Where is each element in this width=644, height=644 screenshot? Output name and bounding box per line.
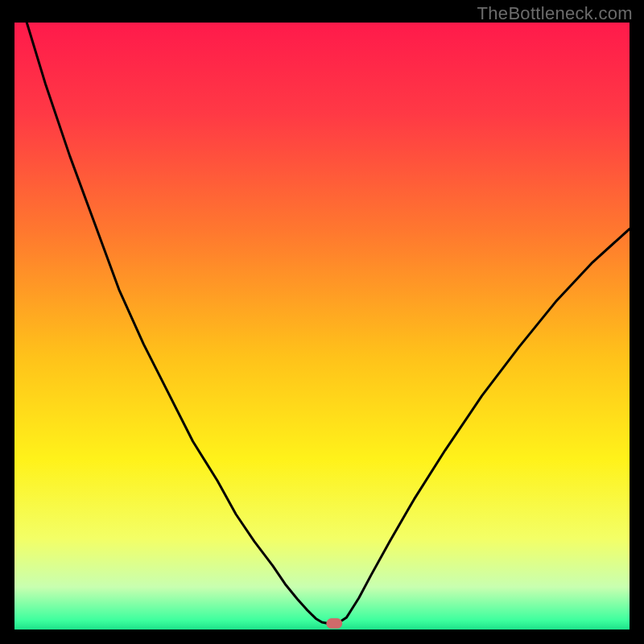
chart-svg — [14, 23, 630, 630]
plot-area — [14, 23, 630, 630]
watermark-text: TheBottleneck.com — [477, 3, 633, 24]
marker-dot — [326, 618, 342, 629]
chart-frame: TheBottleneck.com — [0, 0, 644, 644]
